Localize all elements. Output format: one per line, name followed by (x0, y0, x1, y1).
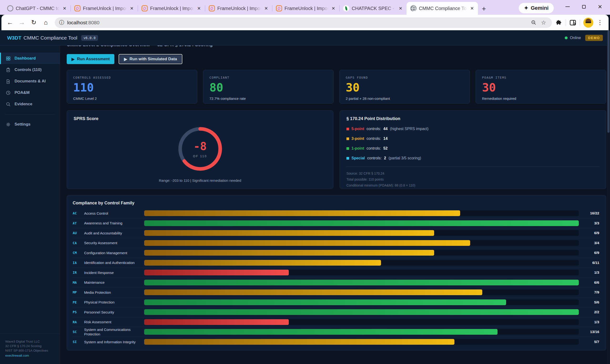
point-controls-word: controls: (367, 156, 381, 160)
frameunlock-favicon-icon (74, 5, 80, 12)
browser-tab[interactable]: FrameUnlock | Impossib× (138, 2, 205, 15)
toolbar-divider (580, 20, 580, 26)
point-label: 3-point (351, 136, 364, 141)
family-value: 5/7 (579, 340, 599, 344)
tab-title: FrameUnlock | Impossib (150, 6, 194, 11)
gemini-star-icon: ✦ (524, 5, 528, 11)
family-name: Identification and Authentication (84, 260, 144, 265)
minimize-button[interactable] (560, 2, 575, 12)
point-controls-word: controls: (366, 146, 381, 151)
profile-avatar[interactable] (583, 18, 593, 28)
scrollbar-thumb[interactable] (607, 30, 610, 133)
family-bar-fill (144, 339, 454, 345)
tab-title: CHATPACK SPEC - Onli (352, 6, 396, 11)
family-bar-track (144, 339, 579, 345)
sidebar-item-evidence[interactable]: Evidence (0, 98, 60, 110)
close-window-button[interactable]: × (592, 2, 608, 12)
sidebar-footer-line: Wave3 Digital Trust LLC (5, 339, 54, 344)
family-bar-track (144, 329, 579, 335)
zoom-out-icon[interactable] (531, 20, 537, 26)
tab-close-icon[interactable]: × (196, 5, 202, 12)
frameunlock-favicon-icon (209, 5, 215, 12)
point-footer-line: Source: 32 CFR § 170.24 (347, 170, 599, 177)
browser-tab[interactable]: FrameUnlock | Impossib× (205, 2, 272, 15)
tab-close-icon[interactable]: × (398, 5, 403, 12)
home-button[interactable]: ⌂ (40, 17, 51, 28)
family-bar-track (144, 210, 579, 216)
forward-button[interactable]: → (17, 17, 27, 28)
browser-menu-kebab-icon[interactable]: ⋮ (595, 17, 605, 28)
family-row-cm: CMConfiguration Management6/9 (73, 248, 599, 258)
sidebar-item-poa-m[interactable]: POA&M (0, 87, 60, 98)
family-row-ir: IRIncident Response1/3 (73, 268, 599, 278)
family-bar-fill (144, 309, 579, 315)
frameunlock-favicon-icon (142, 5, 148, 12)
maximize-button[interactable] (576, 2, 591, 12)
stat-subtext: Remediation required (482, 96, 600, 101)
tab-close-icon[interactable]: × (331, 5, 336, 12)
browser-tab[interactable]: FrameUnlock | Impossib× (71, 2, 138, 15)
run-assessment-button[interactable]: ▶ Run Assessment (67, 54, 114, 64)
tab-close-icon[interactable]: × (263, 5, 269, 12)
minimize-icon (565, 6, 570, 7)
family-code: PS (73, 310, 84, 314)
family-bar-track (144, 299, 579, 305)
family-bar-fill (144, 299, 506, 305)
point-label: 5-point (351, 127, 364, 131)
new-tab-button[interactable]: + (478, 5, 490, 15)
browser-tab[interactable]: ChatGPT - CMMC tool× (3, 2, 71, 15)
bookmark-star-icon[interactable]: ☆ (539, 19, 547, 26)
tab-title: ChatGPT - CMMC tool (16, 6, 60, 11)
document-icon (6, 79, 11, 84)
compliance-by-family-panel: Compliance by Control Family ACAccess Co… (67, 195, 606, 351)
family-bar-fill (144, 210, 460, 216)
reload-button[interactable]: ↻ (29, 17, 39, 28)
stat-subtext: 2 partial + 28 non-compliant (346, 96, 464, 101)
tab-close-icon[interactable]: × (469, 5, 475, 12)
family-name: Personnel Security (84, 310, 144, 314)
point-square-icon (347, 128, 349, 130)
extensions-icon[interactable] (556, 19, 562, 26)
sidebar-item-controls[interactable]: Controls (110) (0, 64, 60, 76)
stat-card-controls-assessed: CONTROLS ASSESSED110CMMC Level 2 (67, 70, 197, 104)
family-value: 5/6 (579, 300, 599, 304)
sidebar-item-dashboard[interactable]: Dashboard (0, 53, 60, 64)
run-simulated-button[interactable]: ▶ Run with Simulated Data (119, 54, 182, 64)
family-row-pe: PEPhysical Protection5/6 (73, 298, 599, 308)
url-bar[interactable]: ⓘ localhost:8080 ☆ (55, 17, 552, 28)
family-value: 6/6 (579, 280, 599, 285)
gemini-button[interactable]: ✦ Gemini (519, 3, 554, 13)
stat-card-compliant: COMPLIANT8072.7% compliance rate (203, 70, 334, 104)
family-bar-track (144, 230, 579, 236)
browser-tab[interactable]: CHATPACK SPEC - Onli× (339, 2, 406, 15)
point-note: (highest SPRS impact) (390, 127, 429, 131)
tab-close-icon[interactable]: × (62, 5, 67, 12)
family-value: 6/11 (579, 260, 599, 265)
family-code: RA (73, 320, 84, 324)
family-code: SI (73, 340, 84, 344)
tab-close-icon[interactable]: × (129, 5, 134, 12)
back-button[interactable]: ← (5, 17, 15, 28)
sprs-title: SPRS Score (74, 116, 326, 121)
sprs-score-panel: SPRS Score -8 OF 110 Rang (67, 110, 333, 189)
execfirewall-link[interactable]: execfirewall.com (5, 353, 29, 358)
family-name: Audit and Accountability (84, 231, 144, 235)
family-bar-track (144, 250, 579, 256)
sprs-score-value: -8 (194, 140, 207, 153)
sidebar-item-documents-ai[interactable]: Documents & AI (0, 76, 60, 87)
browser-tab[interactable]: CMMC Compliance Too× (406, 2, 478, 15)
family-bar-track (144, 270, 579, 275)
browser-tab[interactable]: FrameUnlock | Impossib× (272, 2, 339, 15)
point-row-1-point: 1-pointcontrols:52 (347, 146, 599, 151)
site-info-icon[interactable]: ⓘ (59, 19, 64, 26)
page-subtitle-clipped: CMMC Level 2 Compliance Overview — 32 CF… (67, 46, 606, 48)
family-name: Awareness and Training (84, 221, 144, 225)
point-count: 44 (383, 127, 388, 131)
family-bar-fill (144, 319, 289, 325)
sidebar-item-settings[interactable]: Settings (0, 119, 60, 130)
sidebar-item-label: POA&M (14, 90, 29, 95)
browser-panel-icon[interactable] (569, 19, 576, 26)
point-footer-line: Conditional minimum (POA&M): 88 (0.8 × 1… (347, 182, 599, 188)
openai-favicon-icon (7, 5, 13, 12)
family-code: SC (73, 330, 84, 334)
